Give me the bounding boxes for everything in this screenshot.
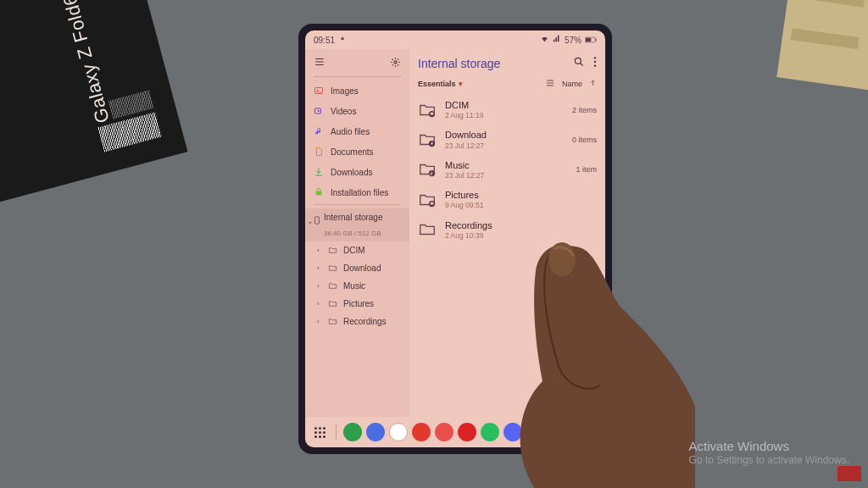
chevron-right-icon: ›: [317, 264, 322, 272]
dock-app-phone[interactable]: [343, 423, 362, 441]
sidebar-item-downloads[interactable]: Downloads: [305, 162, 409, 182]
corner-badge: [837, 466, 861, 481]
sidebar-item-label: Videos: [331, 107, 356, 116]
sidebar-folder-music[interactable]: › Music: [305, 277, 409, 295]
sidebar-item-label: Images: [331, 86, 359, 96]
folder-name: DCIM: [445, 100, 572, 111]
sidebar-folder-pictures[interactable]: › Pictures: [305, 295, 409, 313]
view-list-icon[interactable]: [545, 79, 555, 89]
folder-icon: [328, 317, 337, 326]
folder-row[interactable]: Download 23 Jul 12:27 0 items: [418, 125, 597, 154]
storage-label: Internal storage: [324, 213, 383, 222]
folder-date: 2 Aug 11:19: [445, 111, 572, 119]
svg-point-3: [394, 60, 397, 63]
folder-row[interactable]: Recordings 2 Aug 10:39: [418, 215, 597, 245]
signal-icon: [553, 35, 561, 45]
sort-label[interactable]: Name: [562, 80, 582, 88]
apk-icon: [314, 187, 324, 197]
dock-app-youtube[interactable]: [458, 423, 476, 441]
dock-app-flipboard[interactable]: [412, 423, 431, 441]
folder-icon: [418, 220, 437, 239]
divider: [336, 424, 337, 440]
dock-app-a[interactable]: [435, 423, 453, 441]
battery-percent: 57%: [565, 36, 581, 45]
folder-row[interactable]: Pictures 9 Aug 09:51: [418, 185, 597, 214]
document-icon: [314, 147, 324, 157]
sidebar-item-label: Documents: [331, 147, 374, 157]
more-icon[interactable]: [593, 56, 597, 71]
video-icon: [314, 106, 324, 116]
wooden-prop: [776, 0, 868, 92]
sidebar-folder-download[interactable]: › Download: [305, 259, 409, 277]
search-icon[interactable]: [573, 56, 585, 71]
folder-icon: [418, 130, 437, 149]
sidebar-item-documents[interactable]: Documents: [305, 141, 409, 162]
hamburger-icon[interactable]: [314, 56, 326, 69]
folder-icon: [418, 160, 437, 179]
dock-app-discord[interactable]: [504, 423, 522, 441]
download-icon: [314, 167, 324, 177]
svg-point-19: [592, 430, 598, 435]
chevron-right-icon: ›: [317, 318, 322, 325]
svg-point-9: [575, 58, 581, 64]
sidebar-item-internal-storage[interactable]: ⌄ Internal storage 36.40 GB / 512 GB: [305, 208, 409, 241]
folder-date: 9 Aug 09:51: [445, 201, 597, 209]
folder-date: 23 Jul 12:27: [445, 141, 572, 150]
image-icon: [314, 86, 324, 96]
folder-icon: [418, 101, 437, 119]
sidebar-item-label: Audio files: [331, 127, 370, 136]
svg-rect-18: [431, 202, 434, 205]
sidebar-item-images[interactable]: Images: [305, 80, 409, 101]
app-drawer-icon[interactable]: [310, 423, 329, 441]
divider: [314, 204, 401, 205]
watermark-title: Activate Windows: [689, 438, 849, 455]
svg-rect-8: [315, 217, 320, 224]
phone-icon: [313, 214, 321, 228]
folder-icon: [328, 246, 337, 255]
folder-date: 2 Aug 10:39: [445, 231, 597, 240]
product-box: Galaxy Z Fold6: [0, 0, 187, 213]
svg-rect-14: [431, 112, 434, 114]
sidebar-folder-label: Recordings: [343, 317, 387, 326]
sidebar-item-audio[interactable]: Audio files: [305, 121, 409, 141]
sidebar-item-installation[interactable]: Installation files: [305, 182, 409, 202]
folder-row[interactable]: Music 23 Jul 12:27 1 item: [418, 155, 597, 185]
dock-app-whatsapp[interactable]: [481, 423, 499, 441]
sort-ascending-icon[interactable]: [589, 78, 597, 90]
filter-dropdown[interactable]: Essentials ▾: [418, 80, 463, 88]
gear-icon[interactable]: [390, 57, 401, 69]
folder-name: Recordings: [445, 220, 597, 231]
sidebar-folder-recordings[interactable]: › Recordings: [305, 313, 409, 330]
dock-app-b[interactable]: [526, 423, 545, 441]
sidebar-folder-label: Download: [343, 263, 381, 273]
chevron-right-icon: ›: [317, 300, 322, 308]
folder-name: Music: [445, 160, 576, 171]
nav-home-icon[interactable]: [588, 426, 600, 438]
screen: 09:51 57%: [305, 30, 605, 447]
folder-name: Pictures: [445, 190, 597, 201]
sidebar-item-videos[interactable]: Videos: [305, 101, 409, 121]
sidebar-folder-label: DCIM: [343, 246, 365, 255]
svg-point-12: [594, 65, 596, 67]
activate-windows-watermark: Activate Windows Go to Settings to activ…: [689, 438, 849, 468]
svg-rect-7: [316, 191, 322, 196]
dock-app-settings[interactable]: [549, 423, 568, 441]
svg-rect-2: [596, 38, 597, 41]
folder-icon: [328, 263, 337, 273]
folder-icon: [418, 191, 437, 209]
dock-app-google[interactable]: [389, 423, 408, 441]
dock-app-browser[interactable]: [366, 423, 385, 441]
notification-icon: [338, 35, 347, 45]
sidebar-folder-dcim[interactable]: › DCIM: [305, 241, 409, 259]
sidebar-folder-label: Pictures: [343, 299, 374, 308]
status-time: 09:51: [314, 36, 335, 45]
main-panel: Internal storage Essentials ▾: [409, 49, 605, 417]
folder-row[interactable]: DCIM 2 Aug 11:19 2 items: [418, 95, 597, 125]
chevron-down-icon: ▾: [459, 80, 463, 88]
folder-count: 1 item: [576, 165, 597, 174]
folder-date: 23 Jul 12:27: [445, 171, 576, 180]
folder-name: Download: [445, 130, 572, 141]
nav-recents-icon[interactable]: [572, 426, 584, 438]
chevron-right-icon: ›: [317, 247, 322, 254]
sidebar-item-label: Installation files: [331, 188, 388, 197]
